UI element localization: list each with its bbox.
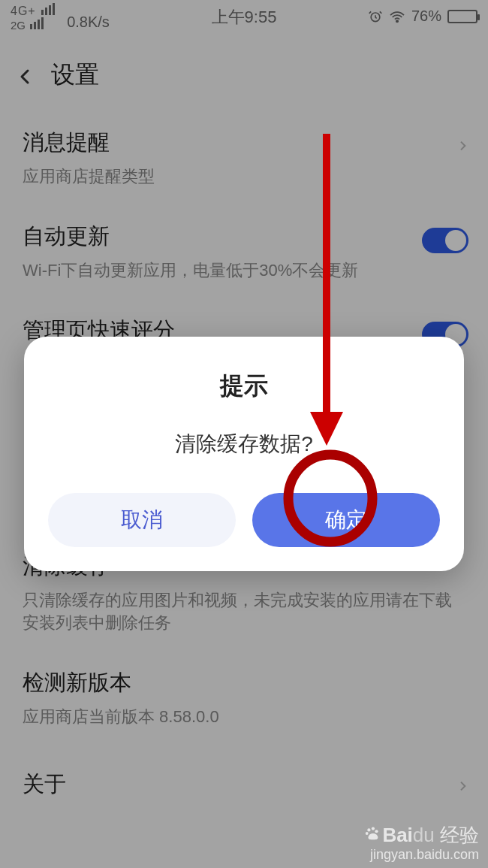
svg-point-7 <box>375 830 378 833</box>
chevron-right-icon <box>456 777 468 798</box>
back-icon[interactable] <box>17 66 35 84</box>
svg-point-6 <box>372 827 375 830</box>
svg-point-5 <box>368 829 371 832</box>
toggle-on-icon[interactable] <box>422 228 468 253</box>
item-title: 自动更新 <box>23 222 465 252</box>
item-notifications[interactable]: 消息提醒 应用商店提醒类型 <box>0 113 488 207</box>
item-auto-update[interactable]: 自动更新 Wi-Fi下自动更新应用，电量低于30%不会更新 <box>0 207 488 301</box>
confirm-dialog: 提示 清除缓存数据? 取消 确定 <box>24 337 464 571</box>
item-title: 关于 <box>23 770 465 800</box>
item-subtitle: 应用商店提醒类型 <box>23 165 465 189</box>
item-subtitle: 只清除缓存的应用图片和视频，未完成安装的应用请在下载安装列表中删除任务 <box>23 589 465 636</box>
page-title: 设置 <box>51 59 99 92</box>
battery-percent: 76% <box>411 8 441 25</box>
cancel-button[interactable]: 取消 <box>48 493 236 547</box>
svg-point-1 <box>396 20 398 22</box>
ok-button[interactable]: 确定 <box>252 493 440 547</box>
wifi-icon <box>389 10 405 23</box>
status-time: 上午9:55 <box>212 6 277 29</box>
dialog-title: 提示 <box>48 370 440 403</box>
watermark-url: jingyan.baidu.com <box>364 847 479 863</box>
watermark-brand-b: 经验 <box>440 824 479 846</box>
item-title: 消息提醒 <box>23 128 465 158</box>
status-bar: 4G+ 2G 0.8K/s 上午9:55 76% <box>0 0 488 36</box>
battery-icon <box>447 10 477 23</box>
watermark: Baidu 经验 jingyan.baidu.com <box>364 824 479 863</box>
network-indicator: 4G+ 2G <box>11 3 55 31</box>
item-subtitle: Wi-Fi下自动更新应用，电量低于30%不会更新 <box>23 259 465 283</box>
chevron-right-icon <box>456 137 468 158</box>
item-about[interactable]: 关于 <box>0 747 488 825</box>
page-header: 设置 <box>0 36 488 113</box>
item-check-update[interactable]: 检测新版本 应用商店当前版本 8.58.0.0 <box>0 653 488 747</box>
item-subtitle: 应用商店当前版本 8.58.0.0 <box>23 706 465 729</box>
dialog-message: 清除缓存数据? <box>48 430 440 458</box>
alarm-icon <box>368 9 383 24</box>
network-speed: 0.8K/s <box>67 14 110 31</box>
paw-icon <box>364 824 381 847</box>
svg-point-8 <box>366 832 369 835</box>
item-title: 检测新版本 <box>23 668 465 698</box>
watermark-brand-a: Bai <box>382 824 412 846</box>
